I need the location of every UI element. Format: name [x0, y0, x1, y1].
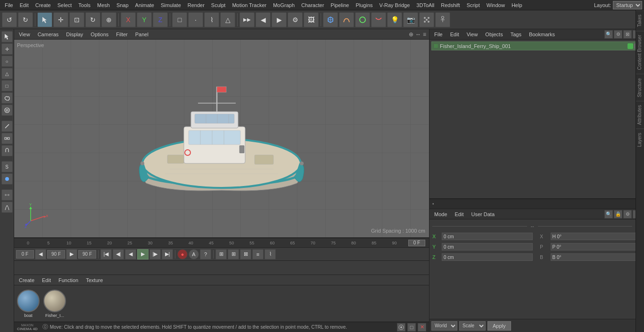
- status-icon-1[interactable]: [397, 323, 405, 332]
- attr-menu-userdata[interactable]: User Data: [470, 211, 497, 218]
- om-search-icon[interactable]: 🔍: [604, 30, 613, 39]
- play-forward-button[interactable]: ▶: [137, 249, 149, 259]
- camera-button[interactable]: 📷: [403, 12, 418, 27]
- menu-select[interactable]: Select: [55, 1, 75, 9]
- mat-menu-function[interactable]: Function: [57, 276, 80, 284]
- attr-lock-icon[interactable]: 🔒: [614, 210, 622, 219]
- om-menu-view[interactable]: View: [465, 31, 480, 38]
- dot-editor-visible[interactable]: [627, 43, 633, 49]
- nurbs-button[interactable]: [355, 12, 370, 27]
- fcurve-button[interactable]: ⌇: [264, 249, 276, 259]
- 3d-viewport[interactable]: Perspective: [14, 40, 429, 237]
- sb-select-tool[interactable]: [1, 31, 13, 42]
- attr-menu-mode[interactable]: Mode: [432, 211, 449, 218]
- menu-motion-tracker[interactable]: Motion Tracker: [229, 1, 269, 9]
- render-button[interactable]: ▶: [272, 12, 287, 27]
- menu-edit[interactable]: Edit: [17, 1, 32, 9]
- menu-redshift[interactable]: Redshift: [438, 1, 462, 9]
- render-region-button[interactable]: ▶▶: [239, 12, 255, 27]
- transform-type-select[interactable]: Scale Move Rotate: [459, 321, 486, 331]
- om-menu-file[interactable]: File: [432, 31, 445, 38]
- viewport-icon-lock[interactable]: ⊕: [409, 31, 413, 38]
- om-menu-edit[interactable]: Edit: [448, 31, 461, 38]
- attr-z-size-field[interactable]: B 0°: [551, 253, 642, 261]
- sb-circle-tool[interactable]: ○: [1, 56, 13, 67]
- schematic-button[interactable]: ⊞: [228, 249, 239, 259]
- x-axis-button[interactable]: X: [121, 12, 136, 27]
- timeline-button[interactable]: ≡: [252, 249, 264, 259]
- viewport-icon-fullscreen[interactable]: ↔: [415, 31, 421, 38]
- particle-button[interactable]: [419, 12, 434, 27]
- attr-y-pos-field[interactable]: 0 cm: [442, 243, 533, 251]
- picture-viewer-button[interactable]: 🖼: [304, 12, 319, 27]
- interactive-render-button[interactable]: ◀: [256, 12, 271, 27]
- vp-menu-panel[interactable]: Panel: [133, 31, 150, 38]
- y-axis-button[interactable]: Y: [137, 12, 152, 27]
- om-menu-bookmarks[interactable]: Bookmarks: [527, 31, 557, 38]
- menu-snap[interactable]: Snap: [114, 1, 132, 9]
- scale-button[interactable]: ⊡: [69, 12, 84, 27]
- vtab-content-browser[interactable]: Content Browser: [636, 31, 644, 73]
- points-mode-button[interactable]: ·: [188, 12, 203, 27]
- spline-button[interactable]: [339, 12, 354, 27]
- z-axis-button[interactable]: Z: [153, 12, 168, 27]
- deformer-button[interactable]: [371, 12, 386, 27]
- current-frame-input[interactable]: [408, 240, 425, 246]
- menu-3dtoall[interactable]: 3DToAll: [413, 1, 437, 9]
- attr-config-icon[interactable]: ⚙: [623, 210, 632, 219]
- preview-end-input[interactable]: [78, 250, 96, 259]
- object-mode-button[interactable]: □: [172, 12, 187, 27]
- apply-button[interactable]: Apply: [487, 321, 511, 331]
- sb-rivet-tool[interactable]: [1, 189, 13, 201]
- attr-search-icon[interactable]: 🔍: [604, 210, 613, 219]
- menu-mograph[interactable]: MoGraph: [270, 1, 297, 9]
- menu-mesh[interactable]: Mesh: [94, 1, 113, 9]
- vp-menu-cameras[interactable]: Cameras: [36, 31, 61, 38]
- step-forward-button[interactable]: |▶: [149, 249, 161, 259]
- cube-button[interactable]: [323, 12, 338, 27]
- status-close-button[interactable]: ✕: [418, 323, 426, 332]
- attr-menu-edit[interactable]: Edit: [453, 211, 466, 218]
- start-frame-input[interactable]: [16, 250, 34, 259]
- light-button[interactable]: 💡: [387, 12, 402, 27]
- menu-tools[interactable]: Tools: [75, 1, 93, 9]
- move-button[interactable]: ✛: [53, 12, 68, 27]
- mat-menu-edit[interactable]: Edit: [40, 276, 53, 284]
- sb-polygon-tool[interactable]: △: [1, 68, 13, 79]
- vp-menu-view[interactable]: View: [17, 31, 32, 38]
- vp-menu-filter[interactable]: Filter: [114, 31, 129, 38]
- menu-render[interactable]: Render: [185, 1, 207, 9]
- menu-sculpt[interactable]: Sculpt: [208, 1, 229, 9]
- edge-mode-button[interactable]: ⌇: [204, 12, 219, 27]
- auto-key-button[interactable]: A: [189, 249, 199, 259]
- vtab-layers[interactable]: Layers: [636, 129, 644, 151]
- vp-menu-display[interactable]: Display: [64, 31, 85, 38]
- vtab-attributes[interactable]: Attributes: [636, 101, 644, 129]
- select-mode-button[interactable]: [37, 12, 52, 27]
- material-boat[interactable]: boat: [17, 290, 40, 318]
- sb-magnet-tool[interactable]: [1, 145, 13, 156]
- attr-x-size-field[interactable]: H 0°: [551, 233, 642, 240]
- sb-rect-tool[interactable]: □: [1, 80, 13, 91]
- sb-ring-tool[interactable]: [1, 105, 13, 116]
- viewport-icon-settings[interactable]: ≡: [423, 31, 426, 38]
- menu-simulate[interactable]: Simulate: [158, 1, 184, 9]
- mat-menu-create[interactable]: Create: [17, 276, 36, 284]
- menu-file[interactable]: File: [2, 1, 16, 9]
- object-item-ferry[interactable]: ⊞ Fisher_Island_Ferry_Ship_001: [431, 41, 642, 50]
- menu-animate[interactable]: Animate: [132, 1, 157, 9]
- go-to-end-button[interactable]: ▶|: [162, 249, 173, 259]
- sb-spline-pen-tool[interactable]: S: [1, 161, 13, 172]
- sb-paint-tool[interactable]: [1, 173, 13, 185]
- menu-character[interactable]: Character: [298, 1, 327, 9]
- om-menu-tags[interactable]: Tags: [509, 31, 523, 38]
- mat-menu-texture[interactable]: Texture: [84, 276, 105, 284]
- record-button[interactable]: ●: [177, 249, 188, 259]
- dope-sheet-button[interactable]: ⊠: [240, 249, 251, 259]
- attr-x-pos-field[interactable]: 0 cm: [442, 233, 533, 240]
- layout-select[interactable]: Startup: [613, 1, 642, 9]
- status-icon-2[interactable]: □: [407, 323, 416, 332]
- om-menu-objects[interactable]: Objects: [483, 31, 504, 38]
- rotate-button[interactable]: ↻: [85, 12, 100, 27]
- menu-plugins[interactable]: Plugins: [353, 1, 375, 9]
